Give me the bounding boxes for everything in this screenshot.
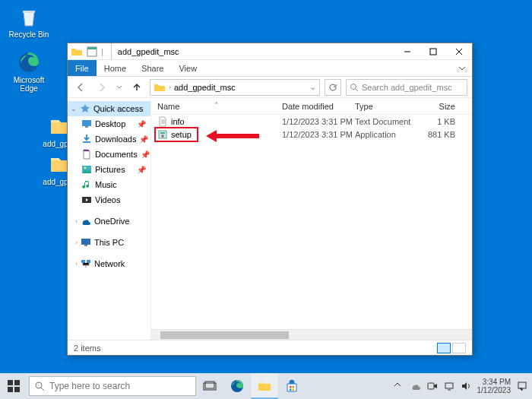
col-date[interactable]: Date modified [282, 102, 355, 111]
refresh-button[interactable] [325, 79, 341, 96]
ribbon-tabs: File Home Share View [68, 60, 472, 77]
svg-rect-5 [82, 120, 91, 126]
sort-asc-icon: ˄ [214, 101, 219, 111]
svg-rect-24 [205, 382, 214, 388]
task-view-button[interactable] [196, 373, 223, 399]
nav-downloads[interactable]: Downloads📌 [68, 131, 150, 147]
svg-rect-11 [81, 239, 90, 245]
documents-icon [81, 149, 92, 160]
svg-point-9 [84, 167, 87, 169]
file-row-info[interactable]: info 1/12/2023 3:31 PM Text Document 1 K… [151, 115, 472, 128]
column-headers[interactable]: Name˄ Date modified Type Size [151, 98, 472, 115]
svg-rect-19 [14, 380, 20, 385]
chevron-down-icon[interactable]: ⌄ [309, 82, 316, 92]
tray-meet-now-icon[interactable] [427, 381, 438, 391]
taskbar-search[interactable]: Type here to search [29, 376, 196, 396]
nav-music[interactable]: Music [68, 177, 150, 192]
svg-rect-28 [290, 389, 292, 391]
start-button[interactable] [0, 373, 27, 399]
maximize-button[interactable] [420, 43, 446, 60]
tray-network-icon[interactable] [444, 381, 454, 391]
tray-notifications-icon[interactable] [517, 381, 527, 391]
ribbon-expand-button[interactable] [452, 60, 472, 76]
pin-icon: 📌 [141, 150, 150, 159]
nav-videos[interactable]: Videos [68, 192, 150, 207]
folder-icon [154, 81, 166, 93]
file-row-setup[interactable]: setup 1/12/2023 3:31 PM Application 881 … [151, 128, 472, 141]
desktop-icon-recycle-bin[interactable]: Recycle Bin [6, 5, 52, 39]
tab-file[interactable]: File [68, 60, 97, 76]
forward-button[interactable] [93, 79, 110, 96]
pin-icon: 📌 [139, 135, 148, 144]
nav-this-pc[interactable]: › This PC [68, 235, 150, 250]
svg-rect-14 [87, 260, 90, 263]
nav-onedrive[interactable]: › OneDrive [68, 214, 150, 229]
nav-pictures[interactable]: Pictures📌 [68, 162, 150, 177]
horizontal-scrollbar[interactable] [151, 329, 472, 340]
breadcrumb-segment[interactable]: add_gpedit_msc [174, 83, 236, 92]
recent-locations-button[interactable] [115, 79, 124, 96]
pin-icon: 📌 [137, 166, 146, 174]
view-large-icons-button[interactable] [452, 343, 466, 353]
svg-point-4 [351, 84, 356, 89]
onedrive-icon [81, 216, 91, 226]
tray-volume-icon[interactable] [461, 381, 471, 391]
taskbar-explorer[interactable] [251, 373, 278, 399]
view-details-button[interactable] [437, 343, 451, 353]
svg-rect-18 [8, 380, 13, 385]
chevron-down-icon: ⌄ [71, 105, 77, 112]
nav-quick-access[interactable]: ⌄ Quick access [68, 101, 150, 116]
svg-rect-12 [84, 245, 87, 246]
nav-documents[interactable]: Documents📌 [68, 147, 150, 162]
svg-rect-7 [83, 141, 90, 143]
tray-chevron-icon[interactable] [394, 381, 404, 391]
network-icon [81, 258, 91, 269]
properties-icon[interactable] [86, 46, 98, 58]
taskbar-store[interactable] [278, 373, 306, 399]
search-box[interactable]: Search add_gpedit_msc [346, 79, 467, 96]
svg-rect-3 [430, 49, 436, 55]
folder-icon [71, 46, 83, 58]
search-placeholder: Type here to search [49, 381, 130, 391]
nav-network[interactable]: › Network [68, 256, 150, 271]
chevron-right-icon: › [75, 217, 78, 225]
search-placeholder: Search add_gpedit_msc [362, 83, 452, 92]
col-type[interactable]: Type [355, 102, 422, 111]
svg-rect-29 [293, 389, 295, 391]
minimize-button[interactable] [394, 43, 420, 60]
back-button[interactable] [72, 79, 89, 96]
tab-home[interactable]: Home [97, 60, 134, 76]
videos-icon [81, 195, 92, 205]
col-size[interactable]: Size [422, 102, 460, 111]
pin-icon: 📌 [137, 120, 146, 128]
music-icon [81, 179, 92, 190]
svg-rect-6 [85, 126, 88, 128]
close-button[interactable] [446, 43, 472, 60]
taskbar-edge[interactable] [223, 373, 251, 399]
tab-share[interactable]: Share [134, 60, 171, 76]
address-bar[interactable]: › add_gpedit_msc ⌄ [150, 79, 320, 96]
tab-view[interactable]: View [171, 60, 204, 76]
nav-desktop[interactable]: Desktop📌 [68, 116, 150, 131]
svg-rect-27 [293, 386, 295, 388]
qat-divider: | [101, 47, 103, 56]
up-button[interactable] [128, 79, 145, 96]
recycle-bin-icon [17, 5, 41, 29]
title-bar[interactable]: | add_gpedit_msc [68, 43, 472, 60]
tray-onedrive-icon[interactable] [410, 381, 421, 391]
edge-icon [17, 50, 41, 74]
text-file-icon [157, 116, 168, 127]
annotation-arrow [206, 128, 259, 144]
status-item-count: 2 items [74, 344, 100, 353]
svg-rect-13 [81, 260, 85, 263]
this-pc-icon [81, 237, 91, 248]
col-name[interactable]: Name [157, 102, 179, 111]
desktop-icon-edge[interactable]: Microsoft Edge [6, 50, 52, 93]
chevron-right-icon: › [75, 260, 78, 268]
tray-clock[interactable]: 3:34 PM 1/12/2023 [477, 378, 511, 394]
svg-rect-2 [87, 47, 97, 49]
star-icon [80, 103, 90, 114]
svg-rect-31 [445, 383, 453, 388]
chevron-right-icon[interactable]: › [169, 84, 171, 91]
status-bar: 2 items [68, 340, 472, 355]
